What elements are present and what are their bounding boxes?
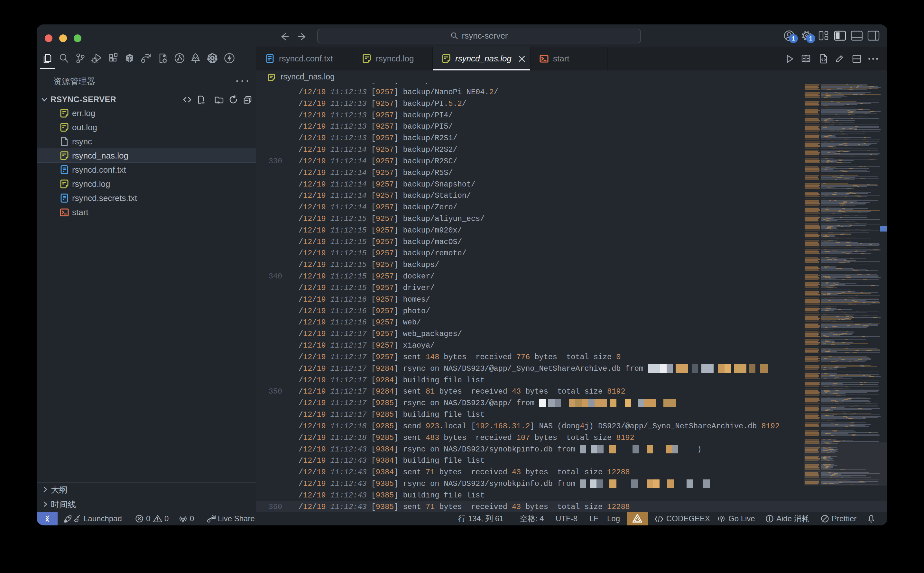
svg-text:</>: </> xyxy=(127,58,134,62)
